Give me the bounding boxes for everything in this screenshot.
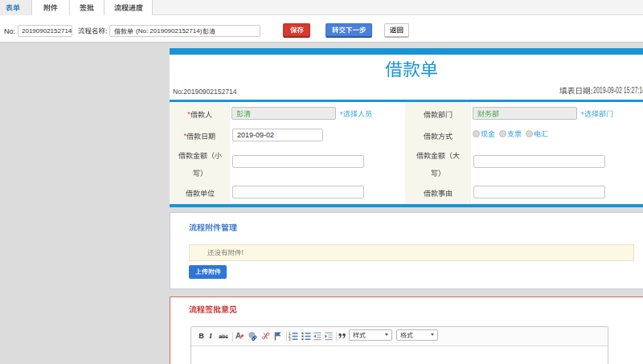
svg-text:3: 3 (289, 337, 291, 340)
